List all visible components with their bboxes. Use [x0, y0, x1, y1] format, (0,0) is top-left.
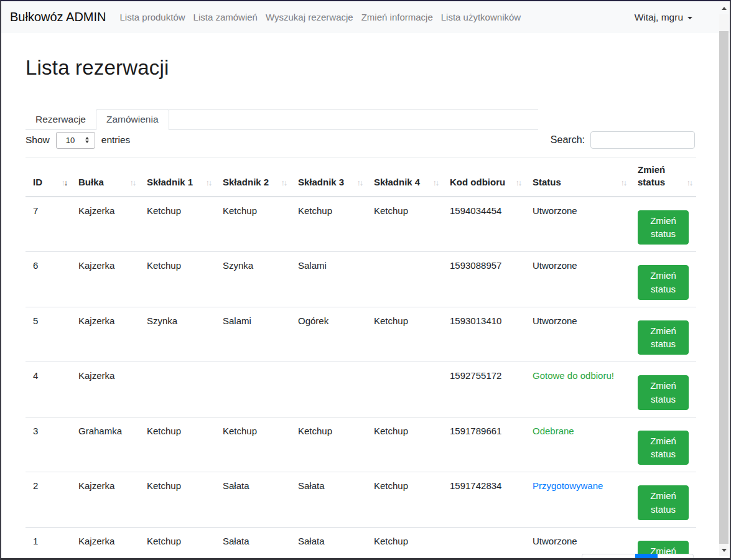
scroll-up-button[interactable] [719, 2, 729, 14]
cell-kod-odbioru: 1591742834 [442, 472, 525, 528]
cell-bu-ka: Kajzerka [71, 307, 139, 362]
cell-sk-adnik-4: Ketchup [366, 472, 442, 528]
cell-sk-adnik-4 [366, 362, 442, 418]
cell-sk-adnik-4 [366, 252, 442, 307]
change-status-button[interactable]: Zmień status [638, 210, 689, 245]
chevron-down-icon [687, 17, 692, 19]
table-controls: Show 10 entries Search: [26, 131, 695, 149]
nav-item-lista-zamowien[interactable]: Lista zamówień [193, 12, 258, 22]
column-header-bu-ka[interactable]: Bułka↑↓ [71, 157, 139, 197]
cell-kod-odbioru: 1593088957 [442, 252, 525, 307]
cell-sk-adnik-2: Ketchup [215, 197, 291, 252]
nav-item-lista-uzytkownikow[interactable]: Lista użytkowników [441, 12, 521, 22]
cell-action: Zmień status [630, 362, 696, 418]
sort-icons: ↑↓ [62, 178, 67, 189]
cell-action: Zmień status [630, 197, 696, 252]
navbar: Bułkowóz ADMIN Lista produktów Lista zam… [1, 1, 730, 33]
cell-bu-ka: Kajzerka [71, 362, 139, 418]
cell-id: 6 [26, 252, 71, 307]
column-label: Składnik 2 [223, 177, 269, 187]
column-header-id[interactable]: ID↑↓ [26, 157, 71, 197]
page-size-value: 10 [66, 136, 75, 145]
cell-sk-adnik-3: Sałata [291, 472, 366, 528]
cell-action: Zmień status [630, 417, 696, 472]
table-row: 2KajzerkaKetchupSałataSałataKetchup15917… [26, 472, 696, 528]
column-header-sk-adnik-4[interactable]: Składnik 4↑↓ [366, 157, 442, 197]
column-label: ID [33, 177, 42, 187]
nav-links: Lista produktów Lista zamówień Wyszukaj … [120, 12, 521, 22]
search-input[interactable] [590, 131, 695, 149]
tab-bar: Rezerwacje Zamówienia [26, 109, 538, 130]
user-menu[interactable]: Witaj, mgru [635, 12, 692, 23]
browser-window: Bułkowóz ADMIN Lista produktów Lista zam… [0, 0, 731, 560]
column-label: Kod odbioru [450, 177, 505, 187]
column-header-zmie-status[interactable]: Zmień status↑↓ [630, 157, 696, 197]
sort-icons: ↑↓ [206, 178, 212, 189]
sort-icons: ↑↓ [687, 178, 692, 189]
cell-kod-odbioru [442, 527, 525, 560]
sort-desc-icon: ↓ [64, 179, 67, 187]
cell-sk-adnik-3: Ketchup [291, 417, 366, 472]
nav-item-lista-produktow[interactable]: Lista produktów [120, 12, 185, 22]
cell-bu-ka: Kajzerka [71, 197, 139, 252]
sort-icons: ↑↓ [433, 178, 439, 189]
cell-kod-odbioru: 1592755172 [442, 362, 525, 418]
column-header-status[interactable]: Status↑↓ [525, 157, 630, 197]
table-row: 6KajzerkaKetchupSzynkaSalami1593088957Ut… [26, 252, 696, 307]
tab-zamowienia[interactable]: Zamówienia [96, 109, 169, 130]
change-status-button[interactable]: Zmień status [638, 375, 689, 410]
cell-id: 2 [26, 472, 71, 528]
cell-id: 1 [26, 527, 71, 560]
cell-sk-adnik-1: Ketchup [139, 527, 215, 560]
column-header-kod-odbioru[interactable]: Kod odbioru↑↓ [442, 157, 525, 197]
column-header-sk-adnik-3[interactable]: Składnik 3↑↓ [291, 157, 366, 197]
scroll-down-icon [722, 549, 727, 552]
cell-status: Odebrane [525, 417, 630, 472]
cell-sk-adnik-2: Salami [215, 307, 291, 362]
column-label: Zmień status [638, 164, 665, 187]
scroll-down-button[interactable] [719, 544, 729, 556]
nav-item-zmien-informacje[interactable]: Zmień informacje [361, 12, 433, 22]
sort-icons: ↑↓ [516, 178, 521, 189]
cell-bu-ka: Grahamka [71, 417, 139, 472]
entries-label: entries [101, 134, 131, 146]
change-status-button[interactable]: Zmień status [638, 320, 689, 355]
sort-desc-icon: ↓ [435, 179, 438, 187]
cell-sk-adnik-4: Ketchup [366, 527, 442, 560]
scrollbar-thumb[interactable] [719, 31, 729, 544]
vertical-scrollbar[interactable] [719, 2, 729, 556]
nav-item-wyszukaj-rezerwacje[interactable]: Wyszukaj rezerwacje [266, 12, 353, 22]
column-header-sk-adnik-2[interactable]: Składnik 2↑↓ [215, 157, 291, 197]
sort-icons: ↑↓ [281, 178, 287, 189]
cell-sk-adnik-2: Ketchup [215, 417, 291, 472]
cell-kod-odbioru: 1594034454 [442, 197, 525, 252]
change-status-button[interactable]: Zmień status [638, 431, 689, 465]
page-title: Lista rezerwacji [26, 56, 695, 80]
cell-bu-ka: Kajzerka [71, 472, 139, 528]
cell-bu-ka: Kajzerka [71, 527, 139, 560]
page-size-select[interactable]: 10 [56, 132, 95, 149]
cell-sk-adnik-1: Ketchup [139, 252, 215, 307]
sort-icons: ↑↓ [130, 178, 136, 189]
page-length-control: Show 10 entries [26, 132, 130, 149]
cell-status: Utworzone [525, 307, 630, 362]
tab-rezerwacje[interactable]: Rezerwacje [26, 110, 96, 129]
cell-status: Gotowe do odbioru! [525, 362, 630, 418]
table-row: 4Kajzerka1592755172Gotowe do odbioru!Zmi… [26, 362, 696, 418]
sort-icons: ↑↓ [621, 178, 626, 189]
cell-sk-adnik-2: Sałata [215, 527, 291, 560]
cell-action: Zmień status [630, 252, 696, 307]
change-status-button[interactable]: Zmień status [638, 485, 689, 520]
main-content: Lista rezerwacji Rezerwacje Zamówienia S… [1, 56, 730, 560]
cell-sk-adnik-4: Ketchup [366, 417, 442, 472]
sort-desc-icon: ↓ [284, 179, 286, 187]
column-header-sk-adnik-1[interactable]: Składnik 1↑↓ [139, 157, 215, 197]
cell-kod-odbioru: 1591789661 [442, 417, 525, 472]
search-control: Search: [551, 131, 695, 149]
change-status-button[interactable]: Zmień status [638, 265, 689, 300]
table-row: 7KajzerkaKetchupKetchupKetchupKetchup159… [26, 197, 696, 252]
cell-status: Utworzone [525, 197, 630, 252]
search-label: Search: [551, 134, 585, 146]
brand[interactable]: Bułkowóz ADMIN [10, 10, 106, 24]
cell-kod-odbioru: 1593013410 [442, 307, 525, 362]
